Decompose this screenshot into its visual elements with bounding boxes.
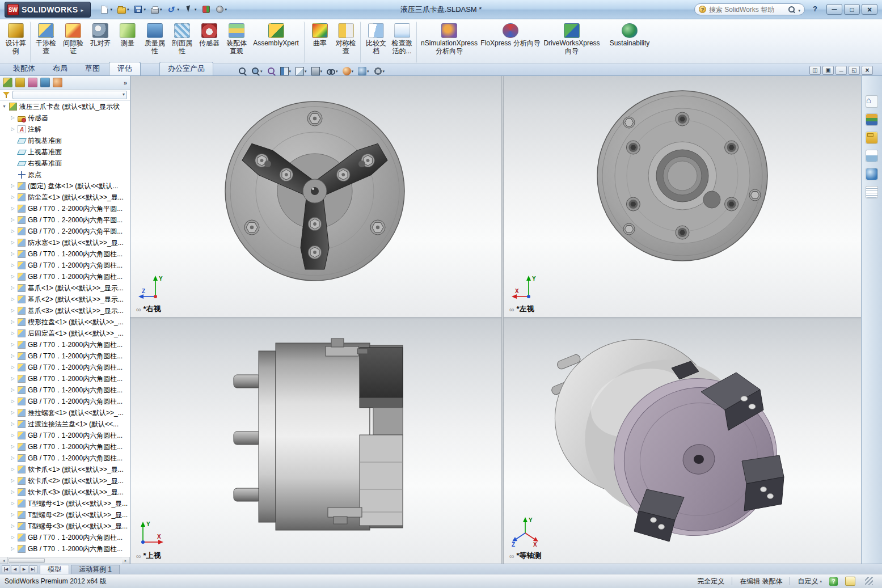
expand-arrow-icon[interactable] (10, 521, 15, 532)
tree-item[interactable]: GB / T70．1-2000内六角圆柱... (0, 373, 130, 384)
expand-arrow-icon[interactable] (10, 407, 15, 418)
dimxpert-icon[interactable] (40, 78, 50, 87)
expand-arrow-icon[interactable] (10, 180, 15, 192)
expand-arrow-icon[interactable] (10, 441, 15, 452)
ribbon-button[interactable]: 装配体直观 (223, 22, 250, 63)
expand-arrow-icon[interactable] (10, 203, 15, 214)
last-tab-icon[interactable] (29, 565, 37, 573)
toolbar-button[interactable] (183, 3, 199, 16)
view-tool-button[interactable] (327, 67, 338, 75)
ribbon-button[interactable]: 干涉检查 (32, 22, 60, 63)
view-tool-button[interactable] (238, 67, 247, 75)
toolbar-button[interactable] (166, 3, 182, 16)
minimize-button[interactable] (826, 4, 842, 15)
ribbon-button[interactable]: 检查激活的... (390, 22, 417, 63)
expand-arrow-icon[interactable] (10, 237, 15, 248)
expand-arrow-icon[interactable] (10, 214, 15, 226)
vertical-splitter[interactable] (501, 76, 504, 564)
tree-item[interactable]: 软卡爪<3> (默认<<默认>>_显... (0, 487, 130, 498)
expand-arrow-icon[interactable] (10, 532, 15, 543)
first-tab-icon[interactable] (2, 565, 10, 573)
expand-arrow-icon[interactable] (10, 543, 15, 555)
scroll-right-icon[interactable] (122, 557, 130, 564)
viewport-isometric-view[interactable]: Y X Z *等轴测 (504, 319, 861, 564)
view-tool-button[interactable] (343, 67, 354, 75)
ribbon-button[interactable]: AssemblyXpert (250, 22, 305, 63)
tree-item[interactable]: GB / T70．2-2000内六角平圆... (0, 203, 130, 214)
ribbon-button[interactable]: 间隙验证 (60, 22, 87, 63)
ribbon-button[interactable]: FloXpress 分析向导 (480, 22, 541, 63)
expand-arrow-icon[interactable] (10, 384, 15, 396)
tree-item[interactable]: GB / T70．2-2000内六角平圆... (0, 226, 130, 237)
viewport-right-view[interactable]: Y Z *右视 (130, 76, 501, 317)
quick-tips-icon[interactable] (829, 577, 838, 586)
expand-arrow-icon[interactable] (10, 475, 15, 487)
expand-arrow-icon[interactable] (10, 124, 15, 135)
tree-item[interactable]: 楔形拉盘<1> (默认<<默认>>_... (0, 316, 130, 328)
scrollbar-thumb[interactable] (9, 558, 45, 563)
filter-funnel-icon[interactable] (3, 91, 10, 99)
expand-arrow-icon[interactable] (10, 430, 15, 441)
close-button[interactable] (862, 4, 877, 15)
expand-arrow-icon[interactable] (10, 464, 15, 475)
tree-item[interactable]: 右视基准面 (0, 158, 130, 169)
tree-item[interactable]: T型螺母<3> (默认<<默认>>_显... (0, 521, 130, 532)
tree-item[interactable]: 基爪<1> (默认<<默认>>_显示... (0, 282, 130, 294)
expand-arrow-icon[interactable] (10, 328, 15, 339)
command-tab[interactable]: 草图 (77, 62, 108, 75)
task-pane-button[interactable] (866, 132, 878, 144)
view-tool-button[interactable] (296, 67, 307, 75)
configmanager-icon[interactable] (28, 78, 37, 87)
toolbar-button[interactable] (149, 3, 164, 16)
view-tool-button[interactable] (280, 67, 292, 75)
tree-item[interactable]: GB / T70．1-2000内六角圆柱... (0, 396, 130, 407)
displaymanager-icon[interactable] (53, 78, 62, 87)
command-tab[interactable]: 评估 (109, 62, 141, 75)
ribbon-button[interactable]: 剖面属性 (168, 22, 196, 63)
expand-arrow-icon[interactable] (10, 509, 15, 521)
previous-tab-icon[interactable] (11, 565, 19, 573)
viewport-left-view[interactable]: Y X *左视 (504, 76, 861, 317)
task-pane-button[interactable] (866, 186, 878, 198)
command-tab[interactable]: 布局 (44, 62, 76, 75)
ribbon-button[interactable]: 比较文档 (362, 22, 390, 63)
propertymanager-icon[interactable] (15, 78, 25, 87)
toolbar-button[interactable] (200, 3, 212, 16)
tree-item[interactable]: 前视基准面 (0, 135, 130, 146)
tree-item[interactable]: GB / T70．1-2000内六角圆柱... (0, 452, 130, 464)
expand-arrow-icon[interactable] (10, 260, 15, 271)
tree-item[interactable]: GB / T70．1-2000内六角圆柱... (0, 248, 130, 260)
ribbon-button[interactable]: 质量属性 (141, 22, 168, 63)
tab-model[interactable]: 模型 (40, 565, 69, 574)
help-button[interactable] (810, 5, 820, 15)
tree-item[interactable]: T型螺母<2> (默认<<默认>>_显... (0, 509, 130, 521)
tree-item[interactable]: GB / T70．1-2000内六角圆柱... (0, 532, 130, 543)
expand-arrow-icon[interactable] (10, 373, 15, 384)
help-search-box[interactable] (694, 3, 805, 15)
tree-item[interactable]: 防水塞<1> (默认<<默认>>_显... (0, 237, 130, 248)
tree-item[interactable]: GB / T70．1-2000内六角圆柱... (0, 384, 130, 396)
toolbar-button[interactable] (132, 3, 147, 16)
ribbon-button[interactable]: 传感器 (196, 22, 223, 63)
ribbon-button[interactable]: 曲率 (306, 22, 334, 63)
expand-arrow-icon[interactable] (10, 418, 15, 430)
tree-item[interactable]: 基爪<2> (默认<<默认>>_显示... (0, 294, 130, 305)
expand-arrow-icon[interactable] (10, 316, 15, 328)
collapse-panel-chevron[interactable]: » (124, 79, 127, 86)
expand-arrow-icon[interactable] (10, 294, 15, 305)
expand-arrow-icon[interactable] (2, 101, 7, 112)
tree-item[interactable]: GB / T70．1-2000内六角圆柱... (0, 271, 130, 282)
document-window-button[interactable] (849, 66, 860, 75)
ribbon-button[interactable]: 设计算例 (3, 22, 31, 63)
tree-item[interactable]: 注解 (0, 124, 130, 135)
tree-item[interactable]: 原点 (0, 169, 130, 180)
scroll-left-icon[interactable] (0, 557, 8, 564)
expand-arrow-icon[interactable] (10, 226, 15, 237)
tree-item[interactable]: GB / T70．1-2000内六角圆柱... (0, 441, 130, 452)
expand-arrow-icon[interactable] (10, 350, 15, 362)
expand-arrow-icon[interactable] (10, 271, 15, 282)
maximize-button[interactable] (844, 4, 860, 15)
expand-arrow-icon[interactable] (10, 282, 15, 294)
expand-arrow-icon[interactable] (10, 362, 15, 373)
tree-item[interactable]: GB / T70．1-2000内六角圆柱... (0, 339, 130, 350)
